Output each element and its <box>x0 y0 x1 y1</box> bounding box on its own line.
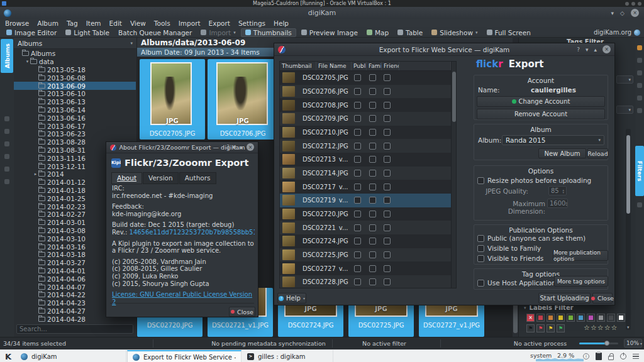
taskbar-task[interactable]: digiKam <box>16 350 126 362</box>
expand-arrow-icon[interactable]: ▸ <box>33 172 38 177</box>
color-label-icon[interactable] <box>597 314 605 322</box>
family-checkbox[interactable] <box>369 184 376 190</box>
friends-checkbox[interactable] <box>384 278 391 285</box>
file-row[interactable]: DSC02710.JPG <box>280 126 451 140</box>
col-family[interactable]: Family <box>367 62 382 70</box>
family-checkbox[interactable] <box>369 88 376 95</box>
family-checkbox[interactable] <box>369 238 376 244</box>
family-checkbox[interactable] <box>369 143 376 150</box>
file-row[interactable]: DSC02719_v... <box>280 194 451 207</box>
file-row[interactable]: DSC02720.JPG <box>280 207 451 221</box>
friends-checkbox[interactable] <box>384 143 391 150</box>
pick-label-icon[interactable]: ⚑ <box>536 324 545 332</box>
vm-close-icon[interactable] <box>638 2 641 6</box>
album-select[interactable]: Randa 2015 ▾ <box>502 135 604 145</box>
public-checkbox[interactable] <box>354 156 361 163</box>
file-row[interactable]: DSC02727_v... <box>280 261 451 275</box>
albums-panel-header[interactable]: Albums ▾ <box>14 38 136 49</box>
search-input[interactable] <box>16 324 133 334</box>
start-uploading-button[interactable]: Start Uploading <box>538 293 591 304</box>
color-label-icon[interactable] <box>607 314 615 322</box>
toolbar-batch-queue-manager[interactable]: Batch Queue Manager <box>114 28 196 37</box>
publication-checkbox-row[interactable]: Visible to Friends <box>477 255 543 262</box>
about-link[interactable]: 14656e11dd7123253720b7b98558bb51b965bab1 <box>130 229 255 236</box>
checkbox[interactable] <box>477 177 484 184</box>
taskbar-task[interactable]: Export to Flickr Web Service — digiKam <box>127 350 242 362</box>
friends-checkbox[interactable] <box>384 224 391 231</box>
album-tree-item[interactable]: 2013-06-17 <box>14 122 136 130</box>
public-checkbox[interactable] <box>354 265 361 272</box>
checkbox[interactable] <box>477 280 484 287</box>
pick-label-icon[interactable]: ⚑ <box>557 324 565 332</box>
kde-launcher-icon[interactable]: K <box>3 351 13 361</box>
file-row[interactable]: DSC02713_v... <box>280 153 451 167</box>
maximize-icon[interactable]: ▴ <box>240 144 243 150</box>
album-tree-item[interactable]: 2013-06-09 <box>14 82 136 90</box>
pick-label-icon[interactable]: ⚑ <box>547 324 555 332</box>
checkbox[interactable] <box>477 235 484 242</box>
color-label-icon[interactable] <box>547 314 555 322</box>
rating-dropdown-icon[interactable]: ▾ <box>627 325 630 330</box>
star-icon[interactable]: ☆ <box>604 324 611 332</box>
color-label-icon[interactable] <box>567 314 575 322</box>
friends-checkbox[interactable] <box>384 197 391 204</box>
menu-edit[interactable]: Edit <box>109 19 122 27</box>
friends-checkbox[interactable] <box>384 156 391 163</box>
file-row[interactable]: DSC02728.JPG <box>280 275 451 288</box>
album-tree-item[interactable]: 2013-06-13 <box>14 98 136 106</box>
family-checkbox[interactable] <box>369 170 376 177</box>
friends-checkbox[interactable] <box>384 102 391 109</box>
color-label-icon[interactable] <box>536 314 545 322</box>
friends-checkbox[interactable] <box>384 170 391 177</box>
public-checkbox[interactable] <box>354 143 361 150</box>
menu-tag[interactable]: Tag <box>67 19 78 27</box>
family-checkbox[interactable] <box>369 115 376 122</box>
more-tag-options-button[interactable]: More tag options <box>554 276 608 287</box>
star-icon[interactable]: ☆ <box>591 324 597 332</box>
close-icon[interactable]: × <box>247 143 254 151</box>
menu-tools[interactable]: Tools <box>154 19 170 27</box>
file-row[interactable]: DSC02705.JPG <box>280 71 451 85</box>
family-checkbox[interactable] <box>369 211 376 217</box>
versions-tab-icon[interactable] <box>637 108 642 113</box>
timeline-tab-icon[interactable] <box>4 154 9 159</box>
about-close-button[interactable]: Close <box>229 307 255 317</box>
tags-tab-icon[interactable] <box>4 116 9 121</box>
similarity-tab-icon[interactable] <box>4 179 9 184</box>
col-friends[interactable]: Friends <box>382 62 399 70</box>
public-checkbox[interactable] <box>354 74 361 81</box>
properties-tab-icon[interactable] <box>637 45 642 50</box>
dialog-close-button[interactable]: Close <box>592 293 613 304</box>
public-checkbox[interactable] <box>354 278 361 285</box>
toolbar-thumbnails[interactable]: Thumbnails <box>241 28 296 37</box>
family-checkbox[interactable] <box>369 102 376 109</box>
album-tree-item[interactable]: Albums <box>14 50 136 58</box>
toolbar-preview-image[interactable]: Preview Image <box>297 28 362 37</box>
file-row[interactable]: DSC02708.JPG <box>280 98 451 112</box>
family-checkbox[interactable] <box>369 278 376 285</box>
maximize-icon[interactable]: ▴ <box>594 47 597 53</box>
family-checkbox[interactable] <box>369 156 376 163</box>
filter-combo[interactable]: ▾ <box>616 75 633 84</box>
tray-menu-icon[interactable] <box>633 354 639 359</box>
star-icon[interactable]: ☆ <box>584 324 591 332</box>
file-row[interactable]: DSC02714.JPG <box>280 167 451 180</box>
labels-tab-icon[interactable] <box>4 129 9 134</box>
toolbar-map[interactable]: Map <box>363 28 392 37</box>
family-checkbox[interactable] <box>369 224 376 231</box>
close-icon[interactable]: × <box>602 45 611 53</box>
menu-album[interactable]: Album <box>37 19 58 27</box>
album-tree-item[interactable]: 2013-06-14 <box>14 106 136 114</box>
close-icon[interactable]: × <box>631 9 639 17</box>
sidebar-tab-filters[interactable]: Filters <box>635 146 644 196</box>
thumbnail-tile[interactable]: JPG DSC02705.JPG <box>140 59 205 140</box>
publication-checkbox-row[interactable]: Visible to Family <box>477 244 541 252</box>
family-checkbox[interactable] <box>369 251 376 258</box>
new-album-button[interactable]: New Album <box>538 148 586 158</box>
jpeg-quality-spinbox[interactable]: 85 ▴▾ <box>548 186 567 195</box>
colors-tab-icon[interactable] <box>637 70 642 75</box>
star-rating-filter[interactable]: ☆☆☆☆☆ <box>584 324 618 332</box>
album-tree-item[interactable]: 2013-05-18 <box>14 66 136 74</box>
file-row[interactable]: DSC02709.JPG <box>280 112 451 126</box>
toolbar-image-editor[interactable]: Image Editor <box>3 28 60 37</box>
